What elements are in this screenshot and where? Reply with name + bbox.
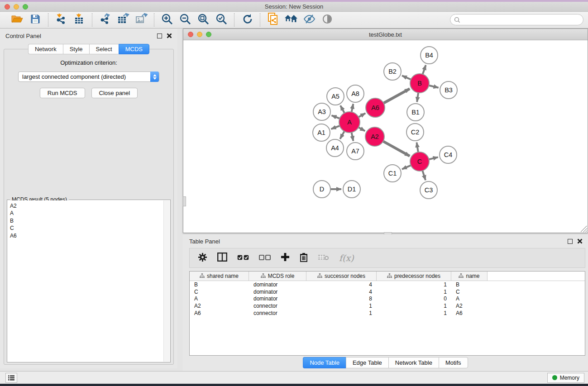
search-box[interactable] xyxy=(450,14,583,25)
node-label-A8: A8 xyxy=(351,90,359,97)
table-cell: dominator xyxy=(249,281,306,288)
split-view-button[interactable] xyxy=(217,253,227,263)
delete-table-icon xyxy=(318,254,329,262)
tab-select[interactable]: Select xyxy=(89,44,119,54)
table-row[interactable]: Cdominator41C xyxy=(190,288,585,295)
result-scrollbar[interactable] xyxy=(163,200,170,362)
memory-button[interactable]: Memory xyxy=(547,373,584,383)
deselect-all-button[interactable] xyxy=(259,254,271,262)
network-canvas[interactable]: AA1A2A3A4A5A6A7A8BB1B2B3B4CC1C2C3C4DD1 xyxy=(183,40,588,233)
export-image-button[interactable] xyxy=(134,13,148,27)
column-header-successor-nodes[interactable]: successor nodes xyxy=(306,272,377,281)
function-builder-button[interactable]: f(x) xyxy=(339,253,354,263)
refresh-icon xyxy=(241,13,253,27)
table-row[interactable]: A2connector11A2 xyxy=(190,302,585,310)
result-list-item[interactable]: C xyxy=(10,224,163,232)
table-cell: A xyxy=(190,295,249,302)
search-input[interactable] xyxy=(460,17,574,23)
tab-mcds[interactable]: MCDS xyxy=(119,44,149,54)
column-type-icon xyxy=(387,273,392,279)
memory-status-icon xyxy=(552,375,557,380)
column-header-shared-name[interactable]: shared name xyxy=(190,272,249,281)
dropdown-stepper-icon xyxy=(150,71,159,82)
task-list-icon xyxy=(8,375,14,381)
task-history-button[interactable] xyxy=(5,373,17,383)
zoom-selected-button[interactable] xyxy=(214,13,229,27)
delete-table-button[interactable] xyxy=(318,254,329,262)
delete-column-button[interactable] xyxy=(300,253,308,264)
search-icon xyxy=(454,17,460,23)
criterion-dropdown[interactable]: largest connected component (directed) xyxy=(18,71,159,82)
select-all-icon xyxy=(237,254,249,262)
node-label-C2: C2 xyxy=(411,129,420,136)
table-cell: A2 xyxy=(190,303,249,309)
result-list-item[interactable]: A6 xyxy=(10,232,163,239)
result-list-item[interactable]: A2 xyxy=(10,202,163,210)
node-label-A1: A1 xyxy=(317,129,325,136)
close-panel-button[interactable]: Close panel xyxy=(91,88,138,98)
zoom-in-button[interactable] xyxy=(160,13,174,27)
save-session-button[interactable] xyxy=(28,13,43,27)
result-list-item[interactable]: B xyxy=(10,217,163,224)
export-table-icon xyxy=(117,13,129,27)
tab-edge-table[interactable]: Edge Table xyxy=(346,357,388,368)
tab-style[interactable]: Style xyxy=(63,44,89,54)
zoom-out-button[interactable] xyxy=(178,13,192,27)
table-cell: 1 xyxy=(306,310,377,316)
home-button[interactable] xyxy=(284,13,298,27)
hide-panel-button[interactable] xyxy=(302,13,316,27)
column-header-MCDS-role[interactable]: MCDS role xyxy=(249,272,306,281)
table-cell: 8 xyxy=(306,295,377,302)
add-column-button[interactable] xyxy=(281,253,290,263)
refresh-button[interactable] xyxy=(240,13,254,27)
table-cell: A6 xyxy=(190,310,249,316)
import-network-button[interactable] xyxy=(54,13,68,27)
table-cell: 1 xyxy=(377,310,451,316)
table-row[interactable]: Adominator80A xyxy=(190,295,585,303)
resize-grip-icon[interactable] xyxy=(581,226,587,232)
tab-node-table[interactable]: Node Table xyxy=(303,357,346,368)
table-row[interactable]: Bdominator41B xyxy=(190,281,585,288)
table-cell: A2 xyxy=(451,303,488,309)
criterion-selected-value: largest connected component (directed) xyxy=(19,73,126,80)
zoom-fit-button[interactable] xyxy=(196,13,210,27)
settings-button[interactable] xyxy=(198,253,207,264)
clipboard-network-button[interactable] xyxy=(266,13,280,27)
zoom-in-icon xyxy=(161,13,173,27)
close-panel-icon[interactable] xyxy=(167,33,172,38)
table-panel: Table Panel f(x) shared nameMCDS rolesuc… xyxy=(183,234,588,372)
column-header-predecessor-nodes[interactable]: predecessor nodes xyxy=(377,272,451,281)
network-window-titlebar: testGlobe.txt xyxy=(183,29,588,40)
select-all-button[interactable] xyxy=(237,254,249,262)
table-header-row: shared nameMCDS rolesuccessor nodesprede… xyxy=(190,272,585,281)
node-label-D: D xyxy=(320,186,324,193)
table-panel-tabs: Node TableEdge TableNetwork TableMotifs xyxy=(183,357,588,368)
float-panel-icon[interactable] xyxy=(157,33,162,38)
result-list-item[interactable]: A xyxy=(10,210,163,217)
tab-network[interactable]: Network xyxy=(28,44,63,54)
table-cell: C xyxy=(190,289,249,295)
table-close-panel-icon[interactable] xyxy=(577,238,583,244)
show-view-button[interactable] xyxy=(320,13,335,27)
open-session-button[interactable] xyxy=(10,13,24,27)
table-float-panel-icon[interactable] xyxy=(568,239,573,244)
import-table-button[interactable] xyxy=(72,13,86,27)
node-label-A6: A6 xyxy=(371,104,379,111)
import-table-icon xyxy=(73,13,85,27)
tab-network-table[interactable]: Network Table xyxy=(388,357,439,368)
deselect-all-icon xyxy=(259,254,271,262)
node-label-B4: B4 xyxy=(425,52,433,59)
export-table-button[interactable] xyxy=(116,13,130,27)
export-network-button[interactable] xyxy=(98,13,112,27)
left-splitter-grip[interactable] xyxy=(183,196,186,206)
tab-motifs[interactable]: Motifs xyxy=(439,357,468,368)
node-label-A7: A7 xyxy=(351,148,359,155)
zoom-selected-icon xyxy=(215,13,227,27)
column-header-name[interactable]: name xyxy=(451,272,488,281)
table-row[interactable]: A6connector11A6 xyxy=(190,310,585,317)
node-label-C: C xyxy=(417,158,422,165)
split-view-icon xyxy=(217,253,227,263)
application-window: Session: New Session Control Panel xyxy=(0,2,588,384)
run-mcds-button[interactable]: Run MCDS xyxy=(40,88,85,98)
control-panel-title: Control Panel xyxy=(5,33,41,39)
